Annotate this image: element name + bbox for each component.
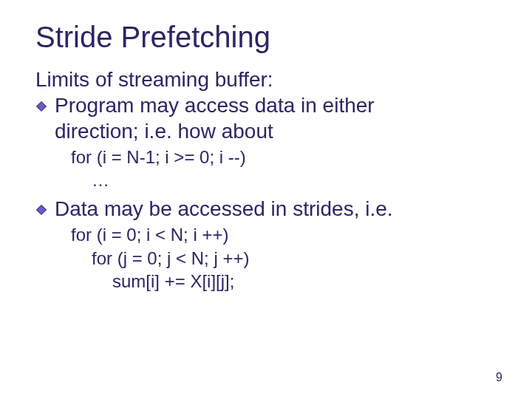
bullet-item: Program may access data in either bbox=[35, 92, 497, 118]
code-block: for (i = N-1; i >= 0; i --) … bbox=[71, 146, 497, 191]
diamond-bullet-icon bbox=[35, 100, 47, 112]
bullet-item: Data may be accessed in strides, i.e. bbox=[35, 196, 497, 222]
svg-rect-0 bbox=[37, 101, 47, 111]
slide: Stride Prefetching Limits of streaming b… bbox=[0, 0, 532, 399]
code-line: … bbox=[71, 168, 497, 191]
code-block: for (i = 0; i < N; i ++) for (j = 0; j <… bbox=[71, 223, 497, 293]
intro-line: Limits of streaming buffer: bbox=[35, 66, 497, 92]
code-line: sum[i] += X[i][j]; bbox=[71, 270, 497, 293]
code-line: for (j = 0; j < N; j ++) bbox=[71, 247, 497, 270]
svg-rect-1 bbox=[37, 205, 47, 215]
bullet-text: Program may access data in either bbox=[55, 94, 375, 117]
bullet-text-continued: direction; i.e. how about bbox=[35, 118, 497, 144]
code-line: for (i = 0; i < N; i ++) bbox=[71, 223, 497, 246]
bullet-text: Data may be accessed in strides, i.e. bbox=[55, 197, 393, 220]
diamond-bullet-icon bbox=[35, 204, 47, 216]
page-number: 9 bbox=[496, 371, 502, 384]
slide-title: Stride Prefetching bbox=[35, 21, 497, 53]
code-line: for (i = N-1; i >= 0; i --) bbox=[71, 146, 497, 168]
